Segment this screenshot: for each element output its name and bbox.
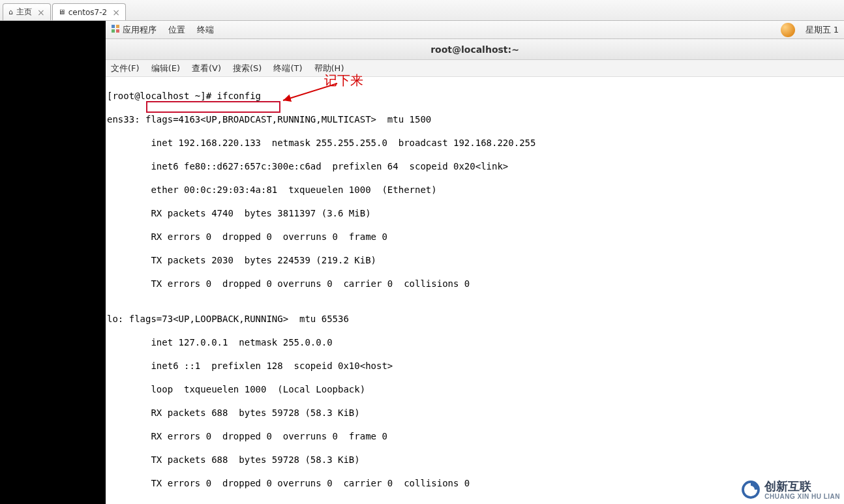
vm-side-panel xyxy=(0,21,106,504)
menu-term[interactable]: 终端(T) xyxy=(273,63,302,74)
terminal-window: root@localhost:~ 文件(F) 编辑(E) 查看(V) 搜索(S)… xyxy=(106,39,844,504)
watermark: 创新互联 CHUANG XIN HU LIAN xyxy=(741,479,840,500)
term-line: RX errors 0 dropped 0 overruns 0 frame 0 xyxy=(107,430,844,442)
term-line: TX errors 0 dropped 0 overruns 0 carrier… xyxy=(107,278,844,289)
term-line: TX errors 0 dropped 0 overruns 0 carrier… xyxy=(107,477,844,489)
menu-terminal[interactable]: 终端 xyxy=(197,24,214,36)
terminal-title: root@localhost:~ xyxy=(430,44,519,55)
close-icon[interactable]: × xyxy=(112,7,120,18)
watermark-icon xyxy=(741,480,761,499)
term-line: RX packets 4740 bytes 3811397 (3.6 MiB) xyxy=(107,207,844,219)
close-icon[interactable]: × xyxy=(37,7,45,18)
menu-help[interactable]: 帮助(H) xyxy=(314,63,344,74)
term-line: RX packets 688 bytes 59728 (58.3 KiB) xyxy=(107,407,844,419)
term-line: inet6 ::1 prefixlen 128 scopeid 0x10<hos… xyxy=(107,360,844,372)
vm-tab-centos[interactable]: 🖥 centos7-2 × xyxy=(52,3,126,20)
vm-tab-home[interactable]: ⌂ 主页 × xyxy=(3,3,51,20)
status-icon[interactable] xyxy=(781,23,795,37)
svg-rect-3 xyxy=(116,29,119,33)
menu-search[interactable]: 搜索(S) xyxy=(233,63,262,74)
vm-tab-strip: ⌂ 主页 × 🖥 centos7-2 × xyxy=(0,0,844,21)
gnome-top-panel: 应用程序 位置 终端 星期五 1 xyxy=(106,21,844,39)
term-line: inet6 fe80::d627:657c:300e:c6ad prefixle… xyxy=(107,160,844,172)
guest-desktop: 应用程序 位置 终端 星期五 1 root@localhost:~ 文件(F) … xyxy=(106,21,844,504)
svg-rect-2 xyxy=(112,29,115,33)
svg-rect-0 xyxy=(112,25,115,28)
svg-rect-1 xyxy=(116,25,119,28)
term-line: lo: flags=73<UP,LOOPBACK,RUNNING> mtu 65… xyxy=(107,313,844,325)
term-line: ether 00:0c:29:03:4a:81 txqueuelen 1000 … xyxy=(107,184,844,196)
vm-tab-home-label: 主页 xyxy=(16,7,32,18)
term-line: inet 192.168.220.133 netmask 255.255.255… xyxy=(107,137,844,149)
activities-icon[interactable] xyxy=(111,24,120,35)
term-line: RX errors 0 dropped 0 overruns 0 frame 0 xyxy=(107,231,844,243)
terminal-output[interactable]: [root@localhost ~]# ifconfig ens33: flag… xyxy=(106,77,844,504)
terminal-titlebar[interactable]: root@localhost:~ xyxy=(106,39,844,60)
menu-applications[interactable]: 应用程序 xyxy=(123,24,157,36)
term-line: TX packets 2030 bytes 224539 (219.2 KiB) xyxy=(107,254,844,266)
term-line: [root@localhost ~]# ifconfig xyxy=(107,90,844,102)
menu-edit[interactable]: 编辑(E) xyxy=(151,63,180,74)
home-icon: ⌂ xyxy=(8,8,13,16)
term-line: loop txqueuelen 1000 (Local Loopback) xyxy=(107,383,844,395)
term-line: inet 127.0.0.1 netmask 255.0.0.0 xyxy=(107,336,844,348)
menu-file[interactable]: 文件(F) xyxy=(111,63,140,74)
term-line: ens33: flags=4163<UP,BROADCAST,RUNNING,M… xyxy=(107,113,844,125)
vm-icon: 🖥 xyxy=(58,8,65,16)
terminal-menubar: 文件(F) 编辑(E) 查看(V) 搜索(S) 终端(T) 帮助(H) xyxy=(106,60,844,77)
menu-view[interactable]: 查看(V) xyxy=(192,63,221,74)
highlight-ip-box xyxy=(146,101,280,113)
watermark-text: 创新互联 xyxy=(764,479,840,494)
term-line: TX packets 688 bytes 59728 (58.3 KiB) xyxy=(107,454,844,466)
vm-tab-centos-label: centos7-2 xyxy=(68,8,107,17)
menu-places[interactable]: 位置 xyxy=(168,24,185,36)
watermark-sub: CHUANG XIN HU LIAN xyxy=(764,493,840,500)
clock: 星期五 1 xyxy=(806,24,839,36)
